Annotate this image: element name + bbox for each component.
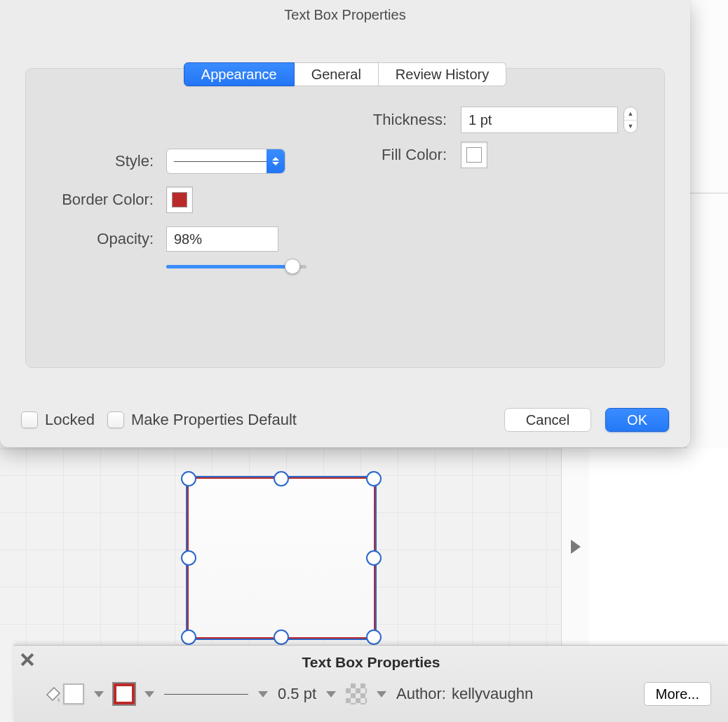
thickness-label: Thickness: [328,111,447,129]
resize-handle-mr[interactable] [366,550,382,566]
more-button[interactable]: More... [644,682,711,706]
slider-fill [166,265,292,268]
thickness-stepper[interactable]: ▲ ▼ [623,107,638,133]
opacity-checker-icon[interactable] [346,683,367,704]
line-style-dropdown-icon[interactable] [258,691,268,697]
fill-color-swatch [466,147,482,163]
fill-dropdown-icon[interactable] [94,691,104,697]
appearance-panel: Thickness: ▲ ▼ Fill Color: Style: Border… [25,68,665,368]
stepper-up-icon[interactable]: ▲ [624,107,637,121]
resize-handle-ml[interactable] [181,550,196,566]
style-label: Style: [26,152,154,170]
border-color-quick[interactable] [114,683,135,704]
fill-color-quick[interactable] [63,683,84,704]
stepper-down-icon[interactable]: ▼ [624,121,637,133]
locked-label: Locked [45,411,95,429]
background-panel [686,0,728,449]
cancel-button[interactable]: Cancel [504,408,591,432]
background-divider [687,193,728,193]
slider-thumb[interactable] [285,259,300,274]
line-style-quick[interactable] [164,694,248,695]
make-default-checkbox[interactable] [107,411,124,428]
thickness-dropdown-icon[interactable] [326,691,336,697]
border-color-label: Border Color: [26,191,154,209]
dialog-title: Text Box Properties [0,0,690,33]
make-default-checkbox-group[interactable]: Make Properties Default [107,411,297,429]
textbox-selection[interactable] [187,477,376,639]
opacity-label: Opacity: [26,230,154,248]
canvas-margin [589,449,728,645]
border-color-swatch [172,192,187,207]
scroll-right-button[interactable] [561,449,589,645]
ok-button[interactable]: OK [605,408,669,432]
chevron-right-icon [571,540,581,554]
border-color-well[interactable] [166,186,193,213]
resize-handle-bm[interactable] [274,629,289,645]
opacity-dropdown-icon[interactable] [377,691,386,697]
fill-color-well[interactable] [461,142,487,168]
tab-general[interactable]: General [295,62,379,86]
resize-handle-br[interactable] [366,629,382,645]
properties-bar-title: Text Box Properties [14,646,728,676]
thickness-value[interactable]: 0.5 pt [278,685,316,703]
make-default-label: Make Properties Default [131,411,297,429]
close-icon[interactable] [18,650,38,669]
author-value: kellyvaughn [452,685,533,703]
author-label: Author: [396,685,446,703]
tab-appearance[interactable]: Appearance [184,62,295,86]
fill-color-label: Fill Color: [328,146,447,164]
properties-dialog: Text Box Properties Appearance General R… [0,0,690,447]
resize-handle-tl[interactable] [181,471,196,486]
locked-checkbox-group[interactable]: Locked [21,411,95,429]
locked-checkbox[interactable] [21,411,38,428]
resize-handle-tm[interactable] [274,471,289,486]
dropdown-caret-icon [267,149,285,173]
thickness-input[interactable] [461,107,618,133]
resize-handle-bl[interactable] [181,629,196,645]
tab-bar: Appearance General Review History [0,62,690,86]
opacity-input[interactable] [166,226,278,252]
border-dropdown-icon[interactable] [144,691,154,697]
style-select[interactable] [166,149,285,174]
opacity-slider[interactable] [166,259,306,273]
dialog-footer: Locked Make Properties Default Cancel OK [21,408,669,432]
properties-bar: Text Box Properties 0.5 pt Author: kelly… [14,645,728,722]
resize-handle-tr[interactable] [366,471,382,486]
tab-review-history[interactable]: Review History [379,62,506,86]
line-style-preview [174,161,278,162]
